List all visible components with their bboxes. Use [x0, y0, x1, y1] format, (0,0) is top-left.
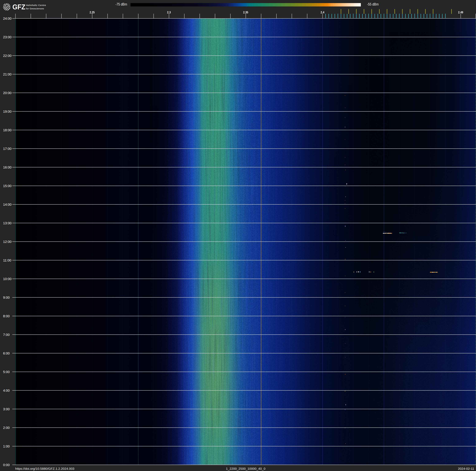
- svg-text:2.49: 2.49: [458, 11, 463, 14]
- svg-text:20:00: 20:00: [3, 91, 12, 95]
- svg-text:-75 dBm: -75 dBm: [116, 2, 127, 6]
- svg-text:16:00: 16:00: [3, 165, 12, 169]
- svg-text:Helmholtz Centre: Helmholtz Centre: [26, 4, 46, 6]
- svg-text:6:00: 6:00: [3, 351, 10, 355]
- svg-text:for Geosciences: for Geosciences: [26, 7, 44, 10]
- svg-text:7:00: 7:00: [3, 333, 10, 337]
- svg-text:13:00: 13:00: [3, 221, 12, 225]
- svg-text:14:00: 14:00: [3, 203, 12, 206]
- svg-text:21:00: 21:00: [3, 72, 12, 76]
- svg-text:22:00: 22:00: [3, 54, 12, 58]
- svg-text:24:00: 24:00: [3, 17, 12, 20]
- svg-text:10:00: 10:00: [3, 277, 12, 281]
- svg-text:1_2200_2500_10000_40_0: 1_2200_2500_10000_40_0: [226, 467, 266, 471]
- svg-text:19:00: 19:00: [3, 109, 12, 113]
- svg-text:8:00: 8:00: [3, 314, 10, 318]
- svg-text:17:00: 17:00: [3, 147, 12, 151]
- svg-text:https://doi.org/10.5880/GFZ.1.: https://doi.org/10.5880/GFZ.1.2.2024.003: [15, 467, 74, 471]
- svg-text:2024-02-11: 2024-02-11: [458, 467, 474, 471]
- svg-text:4:00: 4:00: [3, 389, 10, 392]
- svg-text:2.3: 2.3: [167, 11, 171, 14]
- svg-text:2:00: 2:00: [3, 426, 10, 430]
- svg-text:15:00: 15:00: [3, 184, 12, 188]
- svg-text:9:00: 9:00: [3, 296, 10, 299]
- svg-text:2.25: 2.25: [90, 11, 95, 14]
- svg-text:18:00: 18:00: [3, 128, 12, 132]
- svg-text:12:00: 12:00: [3, 240, 12, 244]
- svg-text:2.35: 2.35: [243, 11, 248, 14]
- svg-text:23:00: 23:00: [3, 35, 12, 39]
- svg-text:2.4: 2.4: [321, 11, 324, 14]
- svg-text:1:00: 1:00: [3, 444, 10, 448]
- svg-text:0:00: 0:00: [3, 463, 10, 467]
- svg-text:11:00: 11:00: [3, 258, 11, 262]
- svg-text:3:00: 3:00: [3, 407, 10, 411]
- svg-text:GFZ: GFZ: [12, 3, 25, 11]
- svg-text:-55 dBm: -55 dBm: [367, 2, 379, 6]
- svg-text:5:00: 5:00: [3, 370, 10, 374]
